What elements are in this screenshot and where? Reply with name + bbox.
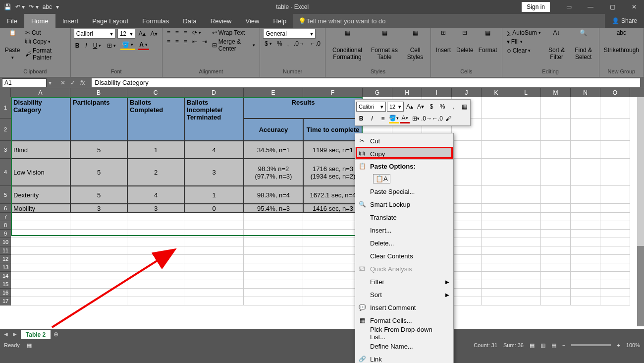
cell[interactable]: [511, 272, 541, 280]
cell[interactable]: [11, 230, 70, 238]
col-header-O[interactable]: O: [600, 88, 630, 97]
cell[interactable]: [600, 221, 630, 230]
col-header-B[interactable]: B: [70, 88, 127, 97]
row-header-14[interactable]: 14: [0, 272, 11, 280]
cell[interactable]: [482, 280, 511, 289]
col-header-D[interactable]: D: [184, 88, 244, 97]
cell[interactable]: [127, 221, 184, 230]
cell[interactable]: [452, 255, 482, 263]
cell[interactable]: [511, 159, 541, 186]
cell[interactable]: [541, 297, 571, 305]
tab-file[interactable]: File: [0, 14, 24, 28]
cell[interactable]: [11, 246, 70, 255]
cell[interactable]: [127, 246, 184, 255]
indent-dec-button[interactable]: ⇤: [191, 38, 199, 46]
table-cell[interactable]: 1: [184, 186, 244, 204]
table-header[interactable]: Results: [244, 97, 363, 119]
cell[interactable]: [244, 289, 303, 297]
paste-button[interactable]: 📋 Paste▾: [3, 29, 22, 60]
cell[interactable]: [541, 280, 571, 289]
sheet-prev-icon[interactable]: ◄: [3, 331, 9, 338]
cell[interactable]: [600, 230, 630, 238]
cell[interactable]: [541, 221, 571, 230]
cell[interactable]: [571, 186, 600, 204]
row-header-7[interactable]: 7: [0, 213, 11, 221]
cell[interactable]: [70, 280, 127, 289]
col-header-H[interactable]: H: [392, 88, 422, 97]
cell[interactable]: [571, 141, 600, 159]
ribbon-options-icon[interactable]: ▭: [559, 0, 579, 14]
cell[interactable]: [600, 186, 630, 204]
cell[interactable]: [600, 97, 630, 119]
ctx-link[interactable]: 🔗Link: [355, 353, 453, 363]
cell[interactable]: [571, 221, 600, 230]
cell[interactable]: [600, 119, 630, 141]
row-header-6[interactable]: 6: [0, 204, 11, 213]
font-size-select[interactable]: 12▾: [117, 29, 135, 39]
cell[interactable]: [184, 221, 244, 230]
align-middle-button[interactable]: ≡: [174, 29, 180, 37]
vertical-scrollbar[interactable]: [637, 97, 644, 326]
merge-center-button[interactable]: ⊟Merge & Center: [211, 38, 257, 53]
ctx-insert[interactable]: Insert...: [355, 224, 453, 237]
cell[interactable]: [127, 280, 184, 289]
table-cell[interactable]: 1416 sec, n=3: [303, 204, 363, 213]
cell[interactable]: [70, 263, 127, 272]
format-cells-button[interactable]: ▦Format: [477, 29, 499, 54]
cell[interactable]: [511, 204, 541, 213]
cell[interactable]: [571, 213, 600, 221]
align-right-button[interactable]: ≡: [182, 38, 189, 46]
mini-border-icon[interactable]: ⊞: [411, 114, 421, 123]
cell[interactable]: [452, 221, 482, 230]
col-header-K[interactable]: K: [482, 88, 511, 97]
cell[interactable]: [11, 280, 70, 289]
cell[interactable]: [571, 204, 600, 213]
mini-bold-icon[interactable]: B: [356, 114, 366, 123]
cell[interactable]: [541, 213, 571, 221]
align-bottom-button[interactable]: ≡: [182, 29, 189, 37]
close-icon[interactable]: ✕: [624, 0, 644, 14]
align-left-button[interactable]: ≡: [165, 38, 172, 46]
mini-decdec-icon[interactable]: ←.0: [432, 114, 442, 123]
tab-data[interactable]: Data: [176, 14, 203, 28]
cell[interactable]: [11, 238, 70, 246]
cell[interactable]: [452, 263, 482, 272]
mini-fill-icon[interactable]: 🪣: [389, 114, 399, 123]
col-header-L[interactable]: L: [511, 88, 541, 97]
cell[interactable]: [452, 289, 482, 297]
cell[interactable]: [482, 204, 511, 213]
cell[interactable]: [452, 246, 482, 255]
cell[interactable]: [600, 213, 630, 221]
table-cell[interactable]: 3: [70, 204, 127, 213]
mini-size-select[interactable]: 12▾: [387, 102, 404, 112]
cell[interactable]: [303, 246, 363, 255]
cell[interactable]: [184, 280, 244, 289]
tab-formulas[interactable]: Formulas: [135, 14, 176, 28]
tab-help[interactable]: Help: [266, 14, 293, 28]
mini-align-icon[interactable]: ≡: [378, 114, 388, 123]
cell[interactable]: [452, 297, 482, 305]
cell[interactable]: [511, 221, 541, 230]
row-header-12[interactable]: 12: [0, 255, 11, 263]
cell[interactable]: [571, 289, 600, 297]
cell[interactable]: [600, 280, 630, 289]
cell[interactable]: [511, 246, 541, 255]
cell[interactable]: [303, 263, 363, 272]
percent-button[interactable]: %: [275, 40, 284, 48]
namebox-dd[interactable]: ▾: [47, 79, 54, 86]
cell[interactable]: [184, 289, 244, 297]
table-cell[interactable]: 5: [70, 141, 127, 159]
row-header-1[interactable]: 1: [0, 97, 11, 119]
cell[interactable]: [127, 213, 184, 221]
cell[interactable]: [482, 213, 511, 221]
cell[interactable]: [11, 213, 70, 221]
table-cell[interactable]: Mobility: [11, 204, 70, 213]
cell[interactable]: [600, 289, 630, 297]
cell[interactable]: [303, 230, 363, 238]
cell[interactable]: [541, 263, 571, 272]
cell[interactable]: [303, 289, 363, 297]
cell[interactable]: [511, 186, 541, 204]
cell[interactable]: [184, 213, 244, 221]
cell[interactable]: [600, 272, 630, 280]
number-format-select[interactable]: General▾: [263, 29, 316, 39]
